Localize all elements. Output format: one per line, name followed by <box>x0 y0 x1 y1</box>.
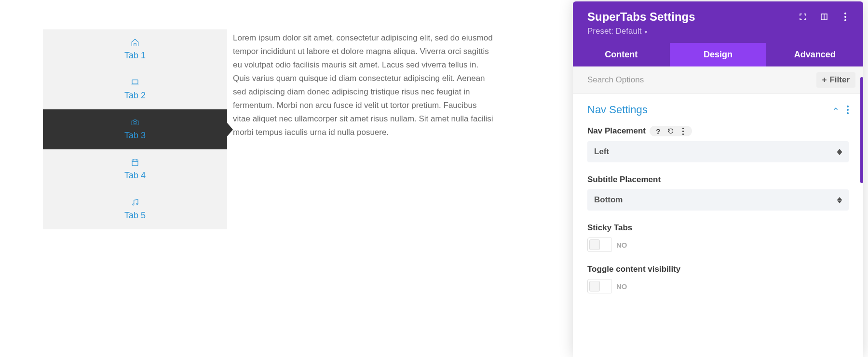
search-input[interactable] <box>587 75 816 85</box>
section-more-icon[interactable] <box>847 106 849 114</box>
layout-icon[interactable] <box>820 13 828 21</box>
preview-area: Tab 1 Tab 2 Tab 3 Tab 4 Tab 5 Lore <box>43 29 496 229</box>
toggle-visibility-toggle[interactable] <box>587 279 611 293</box>
tab-content: Lorem ipsum dolor sit amet, consectetur … <box>227 29 496 139</box>
plus-icon: + <box>822 75 827 85</box>
sticky-tabs-toggle[interactable] <box>587 238 611 252</box>
search-bar: + Filter <box>573 66 863 94</box>
tab-content-design[interactable]: Content <box>573 43 670 66</box>
music-icon <box>130 198 140 207</box>
reset-icon[interactable] <box>667 127 675 135</box>
svg-rect-0 <box>132 80 138 84</box>
tabs-nav: Tab 1 Tab 2 Tab 3 Tab 4 Tab 5 <box>43 29 227 229</box>
fullscreen-icon[interactable] <box>799 13 807 21</box>
setting-label: Nav Placement <box>587 126 646 136</box>
setting-more-icon[interactable] <box>679 127 687 135</box>
svg-point-4 <box>136 203 138 205</box>
setting-label: Sticky Tabs <box>587 223 632 233</box>
toggle-visibility-setting: Toggle content visibility NO <box>587 264 849 293</box>
tab-1[interactable]: Tab 1 <box>43 29 227 69</box>
help-icon[interactable]: ? <box>654 127 662 135</box>
filter-button[interactable]: + Filter <box>816 72 856 88</box>
tab-2[interactable]: Tab 2 <box>43 69 227 109</box>
laptop-icon <box>130 78 140 87</box>
tab-label: Tab 4 <box>124 171 146 181</box>
nav-placement-setting: Nav Placement ? Left <box>587 126 849 162</box>
setting-help: ? <box>650 126 692 136</box>
camera-icon <box>130 118 140 127</box>
panel-header: SuperTabs Settings Preset: Default▼ <box>573 1 863 43</box>
setting-label: Subtitle Placement <box>587 175 661 185</box>
tab-design[interactable]: Design <box>670 43 767 66</box>
preset-selector[interactable]: Preset: Default▼ <box>587 26 853 36</box>
settings-panel: SuperTabs Settings Preset: Default▼ Cont… <box>573 1 863 357</box>
subtitle-placement-setting: Subtitle Placement Bottom <box>587 175 849 211</box>
calendar-icon <box>130 158 140 167</box>
nav-settings-section: Nav Settings Nav Placement ? Left <box>573 94 863 293</box>
tab-label: Tab 5 <box>124 211 146 221</box>
toggle-state: NO <box>611 241 627 249</box>
chevron-up-icon[interactable] <box>832 106 839 114</box>
home-icon <box>130 38 140 47</box>
sort-icon <box>837 197 842 203</box>
svg-rect-2 <box>132 160 138 166</box>
svg-point-3 <box>133 204 134 205</box>
sticky-tabs-setting: Sticky Tabs NO <box>587 223 849 252</box>
tab-4[interactable]: Tab 4 <box>43 149 227 189</box>
more-icon[interactable] <box>841 13 850 21</box>
svg-point-1 <box>134 121 136 124</box>
nav-placement-select[interactable]: Left <box>587 141 849 162</box>
tab-5[interactable]: Tab 5 <box>43 189 227 229</box>
section-title[interactable]: Nav Settings <box>587 104 648 116</box>
tab-advanced[interactable]: Advanced <box>766 43 863 66</box>
tab-label: Tab 3 <box>124 131 146 141</box>
setting-label: Toggle content visibility <box>587 264 680 274</box>
panel-tabs: Content Design Advanced <box>573 43 863 66</box>
panel-title: SuperTabs Settings <box>587 10 695 24</box>
tab-3[interactable]: Tab 3 <box>43 109 227 149</box>
scrollbar[interactable] <box>860 77 863 183</box>
sort-icon <box>837 149 842 155</box>
toggle-state: NO <box>611 282 627 291</box>
tab-label: Tab 1 <box>124 51 146 61</box>
subtitle-placement-select[interactable]: Bottom <box>587 189 849 211</box>
tab-label: Tab 2 <box>124 91 146 101</box>
